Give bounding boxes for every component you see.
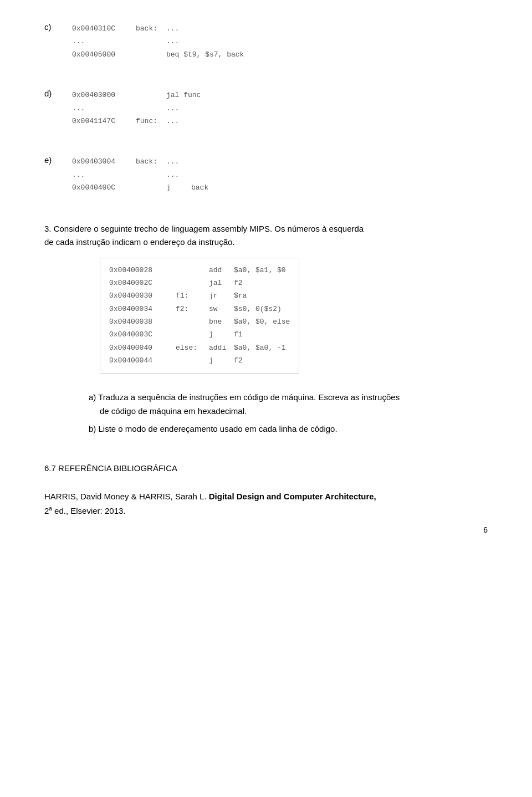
section-c: c) 0x0040310C back: ... ... ... 0x004050… — [44, 22, 488, 61]
mips-op: bne — [209, 315, 234, 328]
code-args: ... — [166, 22, 179, 35]
section-d-code: 0x00403000 jal func ... ... 0x0041147C f… — [72, 89, 201, 127]
mips-row: 0x00400040 else: addi $a0, $a0, -1 — [109, 341, 290, 354]
mips-addr: 0x00400038 — [109, 315, 176, 328]
mips-args: $a0, $a0, -1 — [234, 341, 286, 354]
code-label — [136, 89, 166, 101]
code-line: 0x00405000 beq $t9, $s7, back — [72, 48, 244, 61]
code-addr: 0x00403000 — [72, 89, 136, 101]
mips-label: else: — [176, 341, 209, 354]
code-line: 0x0041147C func: ... — [72, 115, 201, 127]
mips-args: f2 — [234, 354, 243, 367]
code-label: func: — [136, 115, 166, 127]
mips-label — [176, 354, 209, 367]
section-d-label: d) — [44, 89, 72, 98]
mips-row: 0x00400038 bne $a0, $0, else — [109, 315, 290, 328]
code-label — [136, 102, 166, 115]
code-args: ... — [166, 35, 179, 48]
mips-addr: 0x0040002C — [109, 277, 176, 289]
mips-label: f1: — [176, 289, 209, 302]
mips-row: 0x00400030 f1: jr $ra — [109, 289, 290, 302]
mips-args: $a0, $a1, $0 — [234, 264, 286, 277]
mips-addr: 0x00400028 — [109, 264, 176, 277]
code-addr: 0x00405000 — [72, 48, 136, 61]
mips-code-table: 0x00400028 add $a0, $a1, $0 0x0040002C j… — [100, 258, 299, 374]
mips-op: addi — [209, 341, 234, 354]
mips-args: f2 — [234, 277, 243, 289]
reference-section: HARRIS, David Money & HARRIS, Sarah L. D… — [44, 489, 488, 518]
sub-question-b: b) Liste o modo de endereçamento usado e… — [89, 422, 488, 436]
code-args: ... — [166, 155, 179, 168]
code-args: ... — [166, 102, 179, 115]
mips-addr: 0x00400044 — [109, 354, 176, 367]
mips-op: sw — [209, 303, 234, 315]
mips-label — [176, 264, 209, 277]
mips-args: $ra — [234, 289, 247, 302]
reference-text: HARRIS, David Money & HARRIS, Sarah L. D… — [44, 489, 488, 518]
code-line: 0x0040400C j back — [72, 181, 208, 194]
code-args: beq $t9, $s7, back — [166, 48, 244, 61]
code-label: back: — [136, 22, 166, 35]
code-addr: 0x0040310C — [72, 22, 136, 35]
mips-label — [176, 328, 209, 341]
section-67-title: 6.7 REFERÊNCIA BIBLIOGRÁFICA — [44, 463, 488, 473]
mips-addr: 0x0040003C — [109, 328, 176, 341]
code-label — [136, 35, 166, 48]
code-line: 0x00403004 back: ... — [72, 155, 208, 168]
mips-label — [176, 277, 209, 289]
code-op: j — [166, 181, 191, 194]
section-e-label: e) — [44, 155, 72, 165]
mips-addr: 0x00400040 — [109, 341, 176, 354]
mips-label: f2: — [176, 303, 209, 315]
mips-row: 0x00400034 f2: sw $s0, 0($s2) — [109, 303, 290, 315]
code-args: back — [191, 181, 208, 194]
mips-op: j — [209, 328, 234, 341]
mips-args: f1 — [234, 328, 243, 341]
code-args: ... — [166, 115, 179, 127]
code-label — [136, 168, 166, 181]
code-line: ... ... — [72, 168, 208, 181]
code-addr: 0x0041147C — [72, 115, 136, 127]
mips-op: add — [209, 264, 234, 277]
mips-label — [176, 315, 209, 328]
section-c-code: 0x0040310C back: ... ... ... 0x00405000 … — [72, 22, 244, 61]
mips-row: 0x00400044 j f2 — [109, 354, 290, 367]
code-addr: ... — [72, 35, 136, 48]
reference-authors: HARRIS, David Money & HARRIS, Sarah L. — [44, 492, 207, 501]
reference-edition: 2a ed., Elsevier: 2013. — [44, 506, 125, 515]
mips-addr: 0x00400034 — [109, 303, 176, 315]
code-addr: ... — [72, 168, 136, 181]
question-3-intro: 3. Considere o seguinte trecho de lingua… — [44, 222, 488, 249]
mips-row: 0x00400028 add $a0, $a1, $0 — [109, 264, 290, 277]
mips-args: $s0, 0($s2) — [234, 303, 282, 315]
code-label — [136, 181, 166, 194]
mips-op: jr — [209, 289, 234, 302]
reference-title-bold: Digital Design and Computer Architecture… — [209, 492, 376, 501]
mips-op: jal — [209, 277, 234, 289]
question-number: 3. — [44, 224, 54, 233]
question-3: 3. Considere o seguinte trecho de lingua… — [44, 222, 488, 436]
mips-args: $a0, $0, else — [234, 315, 290, 328]
superscript-a: a — [49, 505, 52, 512]
code-line: ... ... — [72, 102, 201, 115]
page-container: c) 0x0040310C back: ... ... ... 0x004050… — [0, 0, 532, 551]
mips-addr: 0x00400030 — [109, 289, 176, 302]
question-text-1: Considere o seguinte trecho de linguagem… — [54, 224, 364, 233]
code-line: ... ... — [72, 35, 244, 48]
code-addr: ... — [72, 102, 136, 115]
code-label — [136, 48, 166, 61]
code-label: back: — [136, 155, 166, 168]
code-addr: 0x00403004 — [72, 155, 136, 168]
question-text-2: de cada instrução indicam o endereço da … — [44, 237, 235, 247]
mips-op: j — [209, 354, 234, 367]
code-args: jal func — [166, 89, 201, 101]
sub-questions: a) Traduza a sequência de instruções em … — [89, 390, 488, 436]
section-d: d) 0x00403000 jal func ... ... 0x0041147… — [44, 89, 488, 127]
section-67: 6.7 REFERÊNCIA BIBLIOGRÁFICA — [44, 463, 488, 473]
sub-question-a: a) Traduza a sequência de instruções em … — [89, 390, 488, 418]
code-line: 0x00403000 jal func — [72, 89, 201, 101]
mips-row: 0x0040002C jal f2 — [109, 277, 290, 289]
page-number: 6 — [483, 525, 488, 534]
code-line: 0x0040310C back: ... — [72, 22, 244, 35]
mips-row: 0x0040003C j f1 — [109, 328, 290, 341]
